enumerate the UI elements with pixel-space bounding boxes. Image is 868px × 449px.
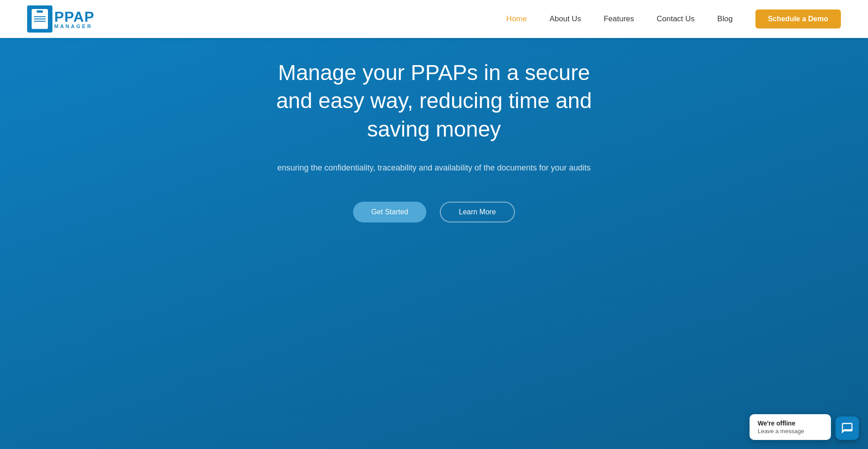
page-wrapper: PPAP MANAGER Home About Us Features Cont…: [0, 0, 868, 449]
logo-ppap-text: PPAP: [54, 9, 94, 24]
nav-link-features[interactable]: Features: [604, 14, 634, 24]
nav-link-contact[interactable]: Contact Us: [657, 14, 695, 24]
chat-icon: [841, 422, 854, 435]
logo-icon: [32, 9, 48, 29]
hero-section: Manage your PPAPs in a secure and easy w…: [0, 0, 868, 449]
chat-widget: We're offline Leave a message: [750, 414, 859, 440]
chat-icon-button[interactable]: [835, 416, 859, 440]
logo-manager-text: MANAGER: [54, 24, 94, 29]
chat-leave-message: Leave a message: [758, 428, 823, 435]
logo-box: [27, 5, 52, 33]
logo-area: PPAP MANAGER: [27, 5, 94, 33]
nav-link-about[interactable]: About Us: [549, 14, 581, 24]
chat-bubble: We're offline Leave a message: [750, 414, 831, 440]
hero-buttons: Get Started Learn More: [353, 202, 515, 222]
nav-link-blog[interactable]: Blog: [717, 14, 733, 24]
hero-secondary-button[interactable]: Learn More: [440, 202, 515, 222]
schedule-demo-button[interactable]: Schedule a Demo: [755, 9, 841, 28]
chat-status: We're offline: [758, 420, 823, 427]
logo-text: PPAP MANAGER: [54, 9, 94, 29]
logo-line-1: [34, 16, 46, 17]
hero-title: Manage your PPAPs in a secure and easy w…: [258, 59, 610, 143]
hero-subtitle: ensuring the confidentiality, traceabili…: [277, 161, 590, 175]
navbar: PPAP MANAGER Home About Us Features Cont…: [0, 0, 868, 38]
logo-line-3: [34, 21, 46, 22]
logo-line-2: [34, 19, 46, 19]
nav-links: Home About Us Features Contact Us Blog S…: [506, 9, 841, 28]
hero-primary-button[interactable]: Get Started: [353, 202, 426, 222]
nav-link-home[interactable]: Home: [506, 14, 527, 24]
